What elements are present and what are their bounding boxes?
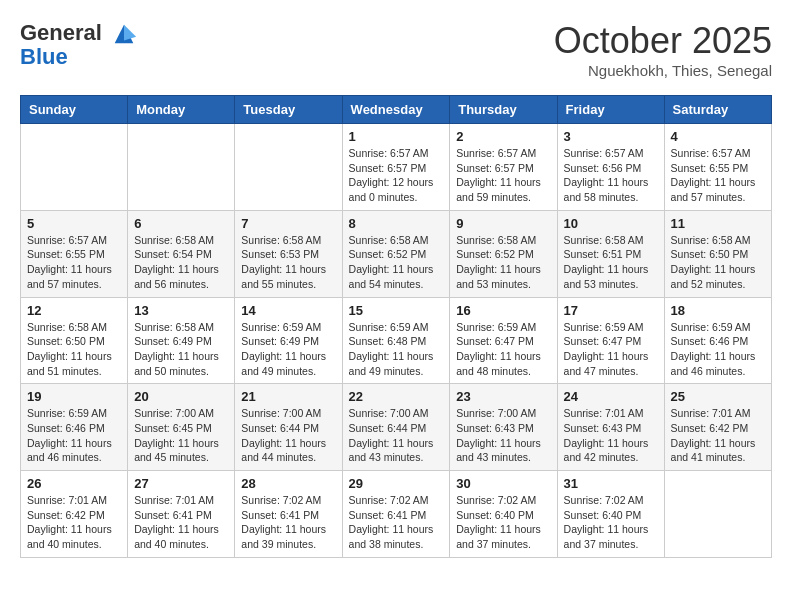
calendar-cell: 27Sunrise: 7:01 AM Sunset: 6:41 PM Dayli… <box>128 471 235 558</box>
calendar-cell: 12Sunrise: 6:58 AM Sunset: 6:50 PM Dayli… <box>21 297 128 384</box>
calendar-cell: 24Sunrise: 7:01 AM Sunset: 6:43 PM Dayli… <box>557 384 664 471</box>
calendar-cell: 8Sunrise: 6:58 AM Sunset: 6:52 PM Daylig… <box>342 210 450 297</box>
calendar-cell: 3Sunrise: 6:57 AM Sunset: 6:56 PM Daylig… <box>557 124 664 211</box>
calendar-cell: 15Sunrise: 6:59 AM Sunset: 6:48 PM Dayli… <box>342 297 450 384</box>
day-number: 23 <box>456 389 550 404</box>
day-number: 26 <box>27 476 121 491</box>
day-number: 11 <box>671 216 765 231</box>
day-number: 16 <box>456 303 550 318</box>
calendar-cell: 20Sunrise: 7:00 AM Sunset: 6:45 PM Dayli… <box>128 384 235 471</box>
calendar-cell: 9Sunrise: 6:58 AM Sunset: 6:52 PM Daylig… <box>450 210 557 297</box>
day-number: 10 <box>564 216 658 231</box>
day-number: 31 <box>564 476 658 491</box>
page-header: General Blue October 2025 Nguekhokh, Thi… <box>20 20 772 79</box>
calendar-cell: 13Sunrise: 6:58 AM Sunset: 6:49 PM Dayli… <box>128 297 235 384</box>
weekday-header: Wednesday <box>342 96 450 124</box>
location: Nguekhokh, Thies, Senegal <box>554 62 772 79</box>
day-number: 20 <box>134 389 228 404</box>
calendar-cell: 2Sunrise: 6:57 AM Sunset: 6:57 PM Daylig… <box>450 124 557 211</box>
month-title: October 2025 <box>554 20 772 62</box>
calendar-header: SundayMondayTuesdayWednesdayThursdayFrid… <box>21 96 772 124</box>
calendar-week-row: 26Sunrise: 7:01 AM Sunset: 6:42 PM Dayli… <box>21 471 772 558</box>
calendar-cell: 1Sunrise: 6:57 AM Sunset: 6:57 PM Daylig… <box>342 124 450 211</box>
day-number: 17 <box>564 303 658 318</box>
day-number: 24 <box>564 389 658 404</box>
day-number: 15 <box>349 303 444 318</box>
day-info: Sunrise: 6:58 AM Sunset: 6:50 PM Dayligh… <box>27 320 121 379</box>
day-number: 1 <box>349 129 444 144</box>
weekday-header: Thursday <box>450 96 557 124</box>
day-info: Sunrise: 6:59 AM Sunset: 6:46 PM Dayligh… <box>27 406 121 465</box>
day-info: Sunrise: 6:59 AM Sunset: 6:47 PM Dayligh… <box>456 320 550 379</box>
calendar-cell: 22Sunrise: 7:00 AM Sunset: 6:44 PM Dayli… <box>342 384 450 471</box>
day-info: Sunrise: 7:01 AM Sunset: 6:43 PM Dayligh… <box>564 406 658 465</box>
day-info: Sunrise: 7:00 AM Sunset: 6:43 PM Dayligh… <box>456 406 550 465</box>
day-number: 14 <box>241 303 335 318</box>
day-info: Sunrise: 6:59 AM Sunset: 6:49 PM Dayligh… <box>241 320 335 379</box>
day-info: Sunrise: 6:57 AM Sunset: 6:55 PM Dayligh… <box>27 233 121 292</box>
calendar-cell: 18Sunrise: 6:59 AM Sunset: 6:46 PM Dayli… <box>664 297 771 384</box>
calendar-cell: 31Sunrise: 7:02 AM Sunset: 6:40 PM Dayli… <box>557 471 664 558</box>
logo: General Blue <box>20 20 138 70</box>
day-info: Sunrise: 7:00 AM Sunset: 6:44 PM Dayligh… <box>241 406 335 465</box>
calendar-cell: 14Sunrise: 6:59 AM Sunset: 6:49 PM Dayli… <box>235 297 342 384</box>
day-info: Sunrise: 6:58 AM Sunset: 6:50 PM Dayligh… <box>671 233 765 292</box>
calendar-cell: 29Sunrise: 7:02 AM Sunset: 6:41 PM Dayli… <box>342 471 450 558</box>
day-number: 29 <box>349 476 444 491</box>
logo-general: General <box>20 20 102 45</box>
day-number: 27 <box>134 476 228 491</box>
calendar-cell: 6Sunrise: 6:58 AM Sunset: 6:54 PM Daylig… <box>128 210 235 297</box>
day-info: Sunrise: 7:00 AM Sunset: 6:45 PM Dayligh… <box>134 406 228 465</box>
day-info: Sunrise: 6:58 AM Sunset: 6:52 PM Dayligh… <box>349 233 444 292</box>
calendar-cell: 11Sunrise: 6:58 AM Sunset: 6:50 PM Dayli… <box>664 210 771 297</box>
weekday-header: Sunday <box>21 96 128 124</box>
day-number: 22 <box>349 389 444 404</box>
calendar-week-row: 1Sunrise: 6:57 AM Sunset: 6:57 PM Daylig… <box>21 124 772 211</box>
day-number: 30 <box>456 476 550 491</box>
day-info: Sunrise: 6:57 AM Sunset: 6:57 PM Dayligh… <box>349 146 444 205</box>
day-number: 13 <box>134 303 228 318</box>
calendar-cell: 16Sunrise: 6:59 AM Sunset: 6:47 PM Dayli… <box>450 297 557 384</box>
weekday-header: Tuesday <box>235 96 342 124</box>
title-block: October 2025 Nguekhokh, Thies, Senegal <box>554 20 772 79</box>
day-info: Sunrise: 6:58 AM Sunset: 6:54 PM Dayligh… <box>134 233 228 292</box>
day-info: Sunrise: 7:01 AM Sunset: 6:42 PM Dayligh… <box>671 406 765 465</box>
calendar-cell: 7Sunrise: 6:58 AM Sunset: 6:53 PM Daylig… <box>235 210 342 297</box>
day-info: Sunrise: 7:02 AM Sunset: 6:40 PM Dayligh… <box>564 493 658 552</box>
day-info: Sunrise: 6:57 AM Sunset: 6:56 PM Dayligh… <box>564 146 658 205</box>
calendar-table: SundayMondayTuesdayWednesdayThursdayFrid… <box>20 95 772 558</box>
day-info: Sunrise: 6:59 AM Sunset: 6:47 PM Dayligh… <box>564 320 658 379</box>
day-info: Sunrise: 7:01 AM Sunset: 6:41 PM Dayligh… <box>134 493 228 552</box>
day-info: Sunrise: 7:00 AM Sunset: 6:44 PM Dayligh… <box>349 406 444 465</box>
day-number: 7 <box>241 216 335 231</box>
day-info: Sunrise: 6:58 AM Sunset: 6:49 PM Dayligh… <box>134 320 228 379</box>
day-info: Sunrise: 6:58 AM Sunset: 6:52 PM Dayligh… <box>456 233 550 292</box>
calendar-cell <box>128 124 235 211</box>
calendar-cell <box>664 471 771 558</box>
calendar-cell: 28Sunrise: 7:02 AM Sunset: 6:41 PM Dayli… <box>235 471 342 558</box>
day-info: Sunrise: 6:58 AM Sunset: 6:51 PM Dayligh… <box>564 233 658 292</box>
calendar-cell <box>235 124 342 211</box>
weekday-header: Friday <box>557 96 664 124</box>
day-number: 25 <box>671 389 765 404</box>
day-number: 18 <box>671 303 765 318</box>
calendar-cell: 4Sunrise: 6:57 AM Sunset: 6:55 PM Daylig… <box>664 124 771 211</box>
day-number: 3 <box>564 129 658 144</box>
day-info: Sunrise: 7:02 AM Sunset: 6:41 PM Dayligh… <box>349 493 444 552</box>
day-number: 8 <box>349 216 444 231</box>
day-number: 6 <box>134 216 228 231</box>
day-number: 4 <box>671 129 765 144</box>
calendar-cell: 25Sunrise: 7:01 AM Sunset: 6:42 PM Dayli… <box>664 384 771 471</box>
day-info: Sunrise: 7:01 AM Sunset: 6:42 PM Dayligh… <box>27 493 121 552</box>
calendar-cell: 10Sunrise: 6:58 AM Sunset: 6:51 PM Dayli… <box>557 210 664 297</box>
calendar-cell: 30Sunrise: 7:02 AM Sunset: 6:40 PM Dayli… <box>450 471 557 558</box>
day-info: Sunrise: 6:59 AM Sunset: 6:48 PM Dayligh… <box>349 320 444 379</box>
calendar-cell: 19Sunrise: 6:59 AM Sunset: 6:46 PM Dayli… <box>21 384 128 471</box>
day-number: 5 <box>27 216 121 231</box>
day-info: Sunrise: 7:02 AM Sunset: 6:41 PM Dayligh… <box>241 493 335 552</box>
day-number: 28 <box>241 476 335 491</box>
day-number: 19 <box>27 389 121 404</box>
weekday-header: Saturday <box>664 96 771 124</box>
svg-marker-1 <box>124 25 136 41</box>
day-number: 9 <box>456 216 550 231</box>
